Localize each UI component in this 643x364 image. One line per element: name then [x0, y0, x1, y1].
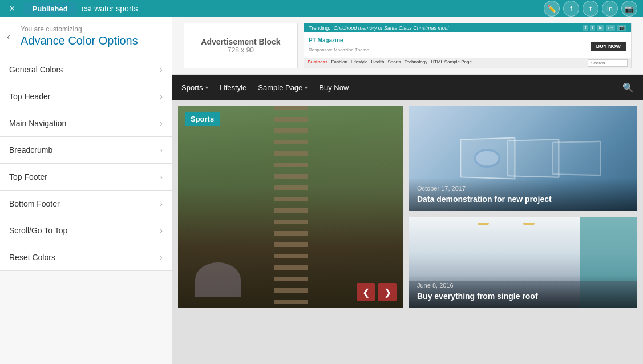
nav-lifestyle: Lifestyle — [351, 59, 367, 67]
top-bar-left: × Published est water sports — [6, 2, 138, 16]
dropdown-arrow-icon: ▾ — [305, 84, 308, 91]
site-nav-bar: Sports ▾ Lifestyle Sample Page ▾ Buy Now… — [172, 75, 643, 100]
card-overlay: June 8, 2016 Buy everything from single … — [409, 275, 637, 308]
logo-subtitle: Responsive Magazine Theme — [309, 47, 369, 52]
nav-label: Buy Now — [319, 83, 349, 92]
close-button[interactable]: × — [6, 2, 19, 16]
chevron-right-icon: › — [160, 253, 163, 262]
top-right-card: October 17, 2017 Data demonstration for … — [409, 106, 637, 211]
main-image-card: Sports ❮ ❯ — [178, 106, 403, 308]
chevron-right-icon: › — [160, 199, 163, 208]
railroad-image — [178, 106, 403, 308]
sidebar-item-label: Breadcrumb — [9, 145, 52, 155]
nav-item-lifestyle[interactable]: Lifestyle — [220, 81, 247, 94]
nav-fashion: Fashion — [331, 59, 347, 67]
card-date: June 8, 2016 — [417, 282, 629, 289]
nav-html-sample: HTML Sample Page — [431, 59, 472, 67]
trending-bar: Trending: Childhood memory of Santa Clau… — [304, 23, 631, 32]
sports-badge-label: Sports — [185, 112, 220, 126]
carousel-next-button[interactable]: ❯ — [378, 283, 397, 301]
sidebar-header: ‹ You are customizing Advance Color Opti… — [0, 17, 172, 56]
buy-now-button[interactable]: BUY NOW — [591, 42, 626, 51]
sidebar-item-top-footer[interactable]: Top Footer › — [0, 164, 172, 191]
carousel-prev-button[interactable]: ❮ — [357, 283, 375, 301]
facebook-icon[interactable]: f — [563, 1, 579, 17]
social-link: f — [583, 25, 588, 31]
pt-magazine-logo: PT Magazine Responsive Magazine Theme — [309, 37, 369, 54]
ad-preview-image: Trending: Childhood memory of Santa Clau… — [304, 23, 632, 68]
main-area: ‹ You are customizing Advance Color Opti… — [0, 17, 643, 364]
sidebar-item-label: Scroll/Go To Top — [9, 226, 67, 235]
site-title: est water sports — [82, 4, 138, 13]
sidebar-item-bottom-footer[interactable]: Bottom Footer › — [0, 191, 172, 217]
trending-label: Trending: — [309, 25, 330, 31]
chevron-right-icon: › — [160, 172, 163, 181]
twitter-icon[interactable]: t — [583, 1, 598, 17]
sidebar-menu: General Colors › Top Header › Main Navig… — [0, 56, 172, 364]
carousel-controls: ❮ ❯ — [357, 283, 397, 301]
content-grid: Sports ❮ ❯ — [172, 100, 643, 364]
sidebar-item-label: Bottom Footer — [9, 199, 60, 208]
back-button[interactable]: ‹ — [7, 31, 10, 43]
ad-block-size: 728 x 90 — [228, 46, 254, 54]
search-button[interactable]: 🔍 — [622, 82, 634, 93]
bottom-right-card: June 8, 2016 Buy everything from single … — [409, 217, 637, 308]
nav-item-sample-page[interactable]: Sample Page ▾ — [258, 81, 308, 94]
sidebar-item-scroll-go-top[interactable]: Scroll/Go To Top › — [0, 217, 172, 244]
nav-sports: Sports — [388, 59, 401, 67]
sidebar-item-main-navigation[interactable]: Main Navigation › — [0, 110, 172, 137]
trending-text: Childhood memory of Santa Claus Christma… — [334, 25, 449, 31]
ad-banner-area: Advertisement Block 728 x 90 Trending: C… — [172, 17, 643, 75]
edit-icon[interactable]: ✏️ — [544, 1, 560, 17]
social-link: in — [597, 25, 604, 31]
sidebar-item-label: Main Navigation — [9, 119, 66, 128]
nav-label: Lifestyle — [220, 83, 247, 92]
customizing-label: You are customizing — [21, 25, 163, 33]
sidebar-item-label: General Colors — [9, 65, 63, 74]
card-title: Buy everything from single roof — [417, 291, 629, 301]
published-button[interactable]: Published — [23, 2, 77, 15]
dropdown-arrow-icon: ▾ — [205, 84, 208, 91]
top-bar: × Published est water sports ✏️ f t in 📷 — [0, 0, 643, 17]
railroad-tracks — [274, 106, 308, 308]
logo-text: PT Magazine — [309, 37, 369, 43]
nav-label: Sports — [181, 83, 203, 92]
nav-item-buy-now[interactable]: Buy Now — [319, 81, 349, 94]
sidebar-item-top-header[interactable]: Top Header › — [0, 83, 172, 110]
linkedin-icon[interactable]: in — [602, 1, 618, 17]
ad-search-input[interactable] — [588, 59, 628, 67]
chevron-right-icon: › — [160, 226, 163, 235]
sports-badge: Sports — [185, 112, 220, 126]
sidebar: ‹ You are customizing Advance Color Opti… — [0, 17, 172, 364]
sidebar-item-label: Top Header — [9, 92, 50, 101]
chevron-right-icon: › — [160, 119, 163, 128]
nav-business: Business — [308, 59, 328, 67]
main-card: Sports ❮ ❯ — [178, 106, 403, 358]
social-link: g+ — [606, 25, 615, 31]
nav-item-sports[interactable]: Sports ▾ — [181, 81, 208, 94]
card-overlay: October 17, 2017 Data demonstration for … — [409, 178, 637, 211]
nav-technology: Technology — [405, 59, 427, 67]
chevron-right-icon: › — [160, 92, 163, 101]
sidebar-item-label: Reset Colors — [9, 253, 55, 262]
preview-area: Advertisement Block 728 x 90 Trending: C… — [172, 17, 643, 364]
ad-preview-content: PT Magazine Responsive Magazine Theme BU… — [304, 32, 631, 58]
chevron-right-icon: › — [160, 145, 163, 155]
ad-nav-bar: Business Fashion Lifestyle Health Sports… — [304, 58, 631, 68]
social-icons: ✏️ f t in 📷 — [544, 1, 637, 17]
social-link: 📷 — [617, 25, 626, 31]
sidebar-title: Advance Color Options — [21, 33, 163, 48]
nav-health: Health — [371, 59, 384, 67]
right-cards: October 17, 2017 Data demonstration for … — [409, 106, 637, 358]
sidebar-item-reset-colors[interactable]: Reset Colors › — [0, 244, 172, 271]
nav-label: Sample Page — [258, 83, 302, 92]
sidebar-item-label: Top Footer — [9, 172, 47, 181]
sidebar-item-breadcrumb[interactable]: Breadcrumb › — [0, 137, 172, 164]
sidebar-item-general-colors[interactable]: General Colors › — [0, 56, 172, 83]
ad-block-title: Advertisement Block — [201, 37, 280, 46]
instagram-icon[interactable]: 📷 — [621, 1, 637, 17]
ad-block: Advertisement Block 728 x 90 — [184, 23, 298, 68]
card-date: October 17, 2017 — [417, 185, 629, 192]
card-title: Data demonstration for new project — [417, 194, 629, 204]
chevron-right-icon: › — [160, 65, 163, 74]
